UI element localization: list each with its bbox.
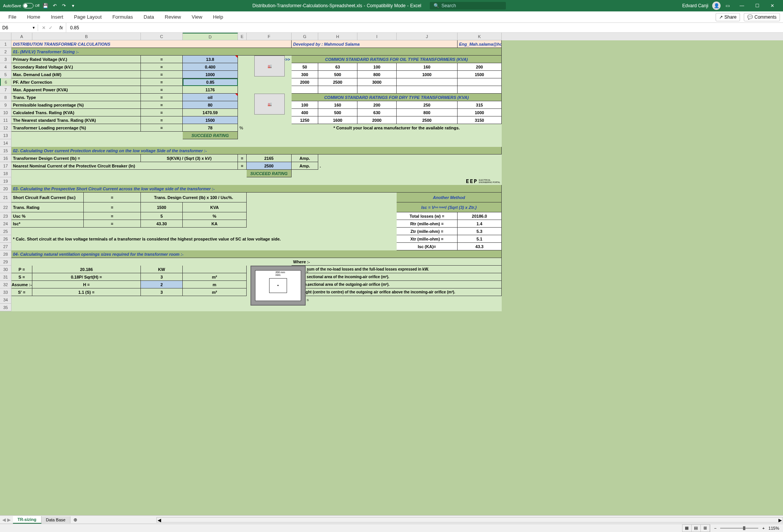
- cell[interactable]: 1.1 (S) =: [32, 288, 141, 296]
- col-header-I[interactable]: I: [357, 33, 397, 40]
- cell[interactable]: [11, 258, 292, 266]
- row-header-35[interactable]: 35: [0, 304, 11, 311]
- cell[interactable]: [238, 101, 247, 109]
- cell[interactable]: 1000: [458, 109, 502, 116]
- select-all-corner[interactable]: [0, 33, 11, 40]
- cell[interactable]: S' = the sectional area of the outgoing-…: [292, 281, 502, 288]
- redo-icon[interactable]: ↷: [61, 3, 67, 9]
- cell[interactable]: S =: [11, 273, 32, 281]
- cell[interactable]: 500: [318, 71, 357, 78]
- cell[interactable]: 315: [458, 101, 502, 109]
- cell[interactable]: 5.3: [458, 228, 502, 235]
- cell[interactable]: S = the sectional area of the incoming-a…: [292, 273, 502, 281]
- cell[interactable]: [238, 71, 247, 78]
- cell[interactable]: 2165: [247, 155, 292, 162]
- cell[interactable]: EEPELECTRICAL ENGINEERING PORTAL: [458, 177, 502, 185]
- col-header-F[interactable]: F: [247, 33, 292, 40]
- cell[interactable]: 2500: [318, 78, 357, 86]
- cell[interactable]: 0.400: [183, 63, 238, 71]
- cell[interactable]: 1500: [141, 202, 183, 212]
- row-header-7[interactable]: 7: [0, 86, 11, 94]
- cell[interactable]: 0.85: [183, 78, 238, 86]
- cell[interactable]: [183, 266, 247, 273]
- row-header-6[interactable]: 6: [0, 78, 11, 86]
- cell[interactable]: Permissible loading percentage (%): [11, 101, 141, 109]
- col-header-H[interactable]: H: [318, 33, 357, 40]
- row-header-34[interactable]: 34: [0, 296, 11, 304]
- row-header-10[interactable]: 10: [0, 109, 11, 116]
- cell[interactable]: 2: [141, 281, 183, 288]
- cell[interactable]: [458, 78, 502, 86]
- cell[interactable]: 20186.0: [458, 212, 502, 220]
- cell[interactable]: Transformer Loading percentage (%): [11, 124, 141, 132]
- cell[interactable]: PF. After Correction: [11, 78, 141, 86]
- cell[interactable]: Rtr (mille-ohm) =: [397, 220, 458, 228]
- cell[interactable]: Where :-: [292, 258, 502, 266]
- cell[interactable]: H = height (centre to centre) of the out…: [292, 288, 502, 296]
- cell[interactable]: SUCCEED RATING: [247, 170, 292, 177]
- cell[interactable]: [247, 124, 292, 132]
- row-header-9[interactable]: 9: [0, 101, 11, 109]
- cell[interactable]: Calculated Trans. Rating (KVA): [11, 109, 141, 116]
- cell[interactable]: The Nearest standard Trans. Rating (KVA): [11, 116, 141, 124]
- cell[interactable]: =: [238, 155, 247, 162]
- cell[interactable]: 13.8: [183, 56, 238, 63]
- cell[interactable]: Primary Rated Voltage (kV.): [11, 56, 141, 63]
- cell[interactable]: Trans. Type: [11, 94, 141, 101]
- cell[interactable]: [238, 56, 247, 63]
- row-header-33[interactable]: 33: [0, 288, 11, 296]
- col-header-C[interactable]: C: [141, 33, 183, 40]
- avatar[interactable]: 👤: [712, 2, 721, 10]
- cell[interactable]: [247, 116, 292, 124]
- cell[interactable]: [11, 243, 397, 250]
- cell[interactable]: 5.1: [458, 235, 502, 243]
- menu-formulas[interactable]: Formulas: [107, 13, 138, 21]
- cell[interactable]: COMMON STANDARD RATINGS FOR DRY TYPE TRA…: [292, 94, 502, 101]
- cell[interactable]: Xtr (mille-ohm) =: [397, 235, 458, 243]
- cell[interactable]: [238, 109, 247, 116]
- cell[interactable]: [238, 132, 502, 139]
- cell[interactable]: Usc %: [11, 212, 84, 220]
- cell[interactable]: S(KVA) / (Sqrt (3) x kV): [141, 155, 238, 162]
- cell[interactable]: 160: [397, 63, 458, 71]
- cell[interactable]: 1500: [183, 116, 238, 124]
- menu-data[interactable]: Data: [138, 13, 159, 21]
- cell[interactable]: Amp.: [292, 155, 318, 162]
- row-header-29[interactable]: 29: [0, 258, 11, 266]
- cell[interactable]: 1470.59: [183, 109, 238, 116]
- cell[interactable]: Assume :-: [11, 281, 32, 288]
- cell[interactable]: =: [141, 56, 183, 63]
- col-header-D[interactable]: D: [183, 33, 238, 40]
- col-header-E[interactable]: E: [238, 33, 247, 40]
- cell[interactable]: 100: [357, 63, 397, 71]
- col-headers[interactable]: ABCDEFGHIJK: [11, 33, 783, 40]
- cell[interactable]: =: [84, 212, 141, 220]
- ribbon-display-icon[interactable]: ▭: [724, 3, 730, 9]
- cell[interactable]: Trans. Design Current (Ib) x 100 / Usc%.: [141, 193, 247, 202]
- cell[interactable]: =: [141, 116, 183, 124]
- cell[interactable]: =: [141, 101, 183, 109]
- cell[interactable]: KW: [141, 266, 183, 273]
- cell[interactable]: 2000: [357, 116, 397, 124]
- cell[interactable]: [11, 170, 247, 177]
- cell[interactable]: 80: [183, 101, 238, 109]
- cell[interactable]: DISTRIBUTION TRANSFORMER CALCULATIONS: [11, 40, 292, 48]
- row-header-22[interactable]: 22: [0, 202, 11, 212]
- row-header-12[interactable]: 12: [0, 124, 11, 132]
- row-header-27[interactable]: 27: [0, 243, 11, 250]
- sheet[interactable]: 1234567891011121314151617181920212223242…: [0, 33, 783, 515]
- cell[interactable]: 1000: [183, 71, 238, 78]
- cell[interactable]: oil: [183, 94, 238, 101]
- cell[interactable]: 63: [318, 63, 357, 71]
- cell[interactable]: Secondary Rated Voltage (kV.): [11, 63, 141, 71]
- cell[interactable]: =: [84, 202, 141, 212]
- cell[interactable]: 300: [292, 71, 318, 78]
- cell[interactable]: [247, 78, 292, 86]
- menu-home[interactable]: Home: [22, 13, 46, 21]
- cell[interactable]: 3000: [357, 78, 397, 86]
- col-header-G[interactable]: G: [292, 33, 318, 40]
- cell[interactable]: =: [141, 86, 183, 94]
- cell[interactable]: 160: [318, 101, 357, 109]
- cell[interactable]: [357, 86, 397, 94]
- cell[interactable]: 1000: [397, 71, 458, 78]
